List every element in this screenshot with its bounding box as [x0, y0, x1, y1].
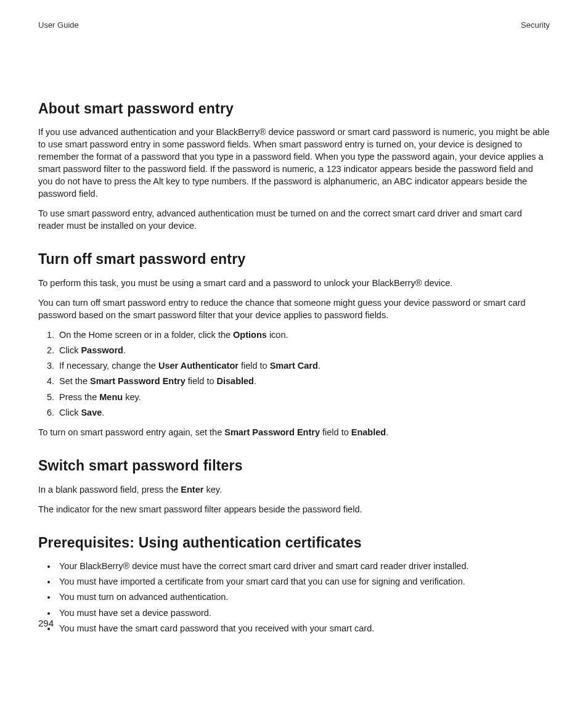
section-about-smart-password-entry: About smart password entry If you use ad…: [38, 99, 550, 232]
paragraph: To perform this task, you must be using …: [38, 277, 550, 289]
heading-switch-filters: Switch smart password filters: [38, 456, 550, 475]
section-turn-off-smart-password-entry: Turn off smart password entry To perform…: [38, 249, 550, 438]
list-item: Click Password.: [57, 344, 550, 356]
list-item: If necessary, change the User Authentica…: [57, 359, 550, 372]
list-item: Press the Menu key.: [57, 391, 550, 403]
heading-turn-off: Turn off smart password entry: [38, 249, 550, 269]
bulleted-list: Your BlackBerry® device must have the co…: [38, 560, 550, 634]
paragraph: The indicator for the new smart password…: [38, 503, 550, 515]
heading-about: About smart password entry: [38, 99, 550, 118]
list-item: Set the Smart Password Entry field to Di…: [57, 375, 550, 387]
paragraph: To turn on smart password entry again, s…: [38, 426, 550, 438]
list-item: Click Save.: [57, 406, 550, 419]
list-item: You must have set a device password.: [57, 607, 550, 619]
heading-prerequisites: Prerequisites: Using authentication cert…: [38, 533, 550, 552]
paragraph: In a blank password field, press the Ent…: [38, 483, 550, 496]
page-header: User Guide Security: [38, 20, 550, 31]
list-item: On the Home screen or in a folder, click…: [57, 329, 550, 341]
list-item: You must have the smart card password th…: [57, 622, 550, 634]
section-switch-smart-password-filters: Switch smart password filters In a blank…: [38, 456, 550, 515]
section-prerequisites: Prerequisites: Using authentication cert…: [38, 533, 550, 635]
list-item: Your BlackBerry® device must have the co…: [57, 560, 550, 572]
paragraph: If you use advanced authentication and y…: [38, 126, 550, 200]
paragraph: You can turn off smart password entry to…: [38, 297, 550, 321]
list-item: You must have imported a certificate fro…: [57, 575, 550, 588]
page-number: 294: [38, 617, 54, 630]
header-left: User Guide: [38, 20, 79, 31]
list-item: You must turn on advanced authentication…: [57, 591, 550, 603]
ordered-steps: On the Home screen or in a folder, click…: [38, 329, 550, 419]
header-right: Security: [521, 20, 550, 31]
paragraph: To use smart password entry, advanced au…: [38, 207, 550, 232]
document-page: User Guide Security About smart password…: [0, 0, 588, 662]
